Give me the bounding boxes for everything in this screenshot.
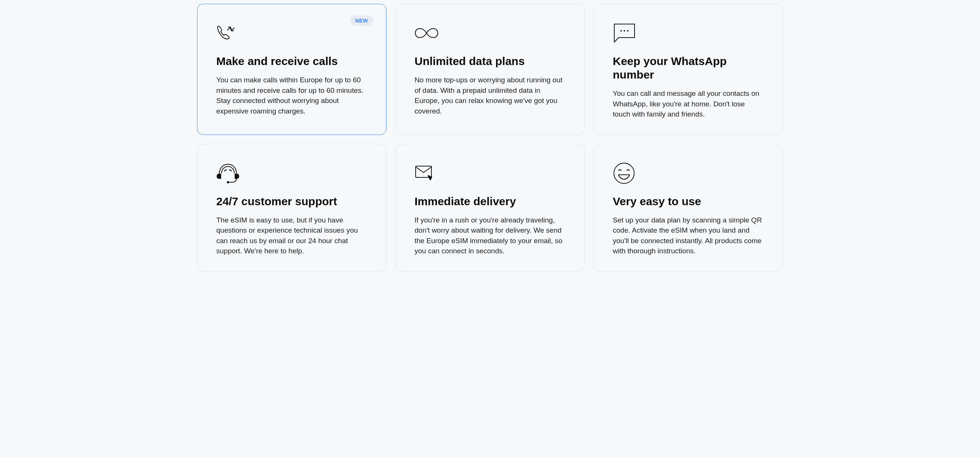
feature-title: Keep your WhatsApp number: [613, 54, 764, 81]
headset-icon: [216, 161, 367, 185]
feature-title: Make and receive calls: [216, 54, 367, 68]
feature-card-delivery: Immediate delivery If you're in a rush o…: [395, 144, 585, 272]
feature-title: Unlimited data plans: [415, 54, 565, 68]
feature-description: If you're in a rush or you're already tr…: [415, 215, 565, 256]
feature-title: 24/7 customer support: [216, 195, 367, 208]
phone-arrows-icon: [216, 21, 367, 45]
feature-card-whatsapp: Keep your WhatsApp number You can call a…: [593, 4, 783, 135]
svg-point-0: [620, 30, 622, 32]
infinity-icon: [415, 21, 565, 45]
svg-point-2: [627, 30, 628, 32]
feature-description: Set up your data plan by scanning a simp…: [613, 215, 764, 256]
new-badge: NEW: [350, 15, 373, 26]
feature-card-calls: NEW Make and receive calls You can make …: [197, 4, 387, 135]
feature-title: Very easy to use: [613, 195, 764, 208]
feature-card-unlimited: Unlimited data plans No more top-ups or …: [395, 4, 585, 135]
svg-point-6: [614, 163, 634, 184]
feature-description: The eSIM is easy to use, but if you have…: [216, 215, 367, 256]
chat-bubble-icon: [613, 21, 764, 45]
feature-title: Immediate delivery: [415, 195, 565, 208]
feature-description: No more top-ups or worrying about runnin…: [415, 75, 565, 116]
feature-card-support: 24/7 customer support The eSIM is easy t…: [197, 144, 387, 272]
email-fast-icon: [415, 161, 565, 185]
feature-grid: NEW Make and receive calls You can make …: [197, 4, 783, 272]
smile-icon: [613, 161, 764, 185]
feature-description: You can call and message all your contac…: [613, 88, 764, 120]
svg-point-3: [227, 181, 229, 184]
feature-card-easy: Very easy to use Set up your data plan b…: [593, 144, 783, 272]
svg-point-1: [624, 30, 625, 32]
feature-description: You can make calls within Europe for up …: [216, 75, 367, 116]
